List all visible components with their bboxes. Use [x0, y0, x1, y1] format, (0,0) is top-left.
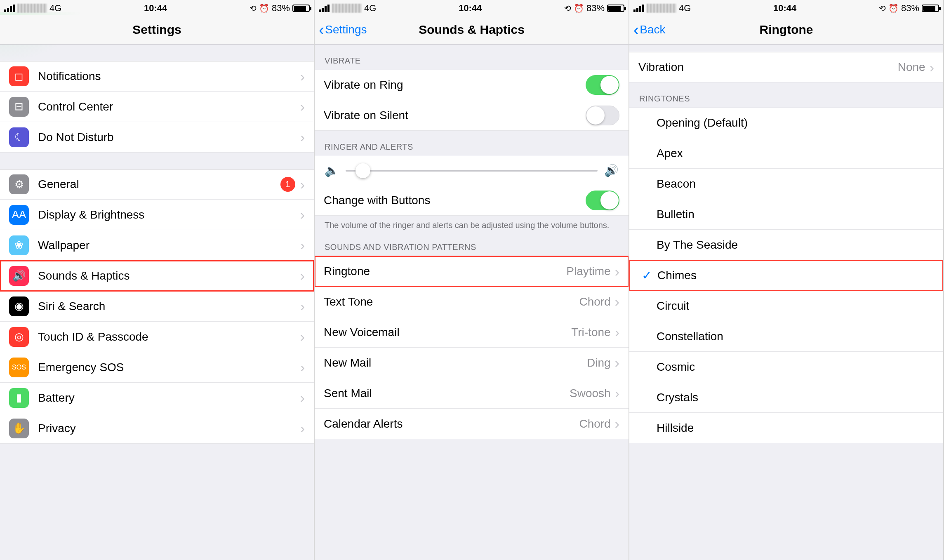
settings-row[interactable]: ✋Privacy›: [0, 413, 314, 444]
back-label: Back: [640, 23, 665, 36]
settings-row[interactable]: ⊟Control Center›: [0, 92, 314, 122]
settings-row[interactable]: ◻Notifications›: [0, 61, 314, 92]
row-vibrate-on-ring[interactable]: Vibrate on Ring: [315, 70, 629, 100]
slider-thumb[interactable]: [355, 163, 370, 178]
app-icon: AA: [9, 205, 29, 225]
ringtone-row[interactable]: Hillside: [629, 413, 943, 443]
row-change-with-buttons[interactable]: Change with Buttons: [315, 185, 629, 216]
sound-row[interactable]: Calendar AlertsChord›: [315, 409, 629, 439]
back-button[interactable]: ‹ Back: [633, 15, 666, 44]
row-label: Change with Buttons: [324, 194, 430, 207]
row-label: Vibration: [638, 61, 684, 74]
app-icon: ▮: [9, 388, 29, 408]
orientation-lock-icon: ⟲: [564, 3, 571, 13]
row-label: Opening (Default): [657, 116, 748, 129]
app-icon: ◻: [9, 66, 29, 86]
settings-row[interactable]: ☾Do Not Disturb›: [0, 122, 314, 153]
chevron-right-icon: ›: [300, 99, 305, 115]
row-label: Do Not Disturb: [38, 131, 114, 144]
volume-low-icon: 🔈: [325, 164, 339, 177]
row-label: Chimes: [657, 269, 697, 282]
ringtone-row[interactable]: Opening (Default): [629, 108, 943, 138]
row-label: Touch ID & Passcode: [38, 330, 148, 344]
row-value: Swoosh: [570, 387, 611, 400]
row-vibrate-on-silent[interactable]: Vibrate on Silent: [315, 100, 629, 131]
notification-badge: 1: [280, 177, 295, 192]
row-label: Hillside: [657, 421, 694, 435]
orientation-lock-icon: ⟲: [879, 3, 886, 13]
chevron-right-icon: ›: [615, 324, 619, 340]
ringtone-row[interactable]: ✓Chimes: [629, 260, 943, 291]
row-label: Vibrate on Silent: [324, 109, 408, 122]
settings-row[interactable]: AADisplay & Brightness›: [0, 200, 314, 230]
ringtone-row[interactable]: Apex: [629, 138, 943, 169]
row-label: Display & Brightness: [38, 208, 144, 221]
ringtone-row[interactable]: Circuit: [629, 291, 943, 321]
chevron-right-icon: ›: [615, 355, 619, 371]
signal-icon: [633, 5, 644, 12]
status-bar: 4G 10:44 ⟲ ⏰ 83%: [629, 0, 943, 15]
settings-row[interactable]: 🔊Sounds & Haptics›: [0, 261, 314, 291]
ringtone-row[interactable]: By The Seaside: [629, 230, 943, 260]
ringer-volume-row[interactable]: 🔈 🔊: [315, 156, 629, 185]
ringtone-row[interactable]: Crystals: [629, 382, 943, 413]
row-value: Playtime: [566, 265, 610, 278]
sound-row[interactable]: New MailDing›: [315, 348, 629, 378]
chevron-right-icon: ›: [300, 268, 305, 284]
volume-slider[interactable]: [346, 170, 598, 172]
settings-row[interactable]: ❀Wallpaper›: [0, 230, 314, 261]
chevron-left-icon: ‹: [633, 21, 639, 38]
signal-icon: [319, 5, 330, 12]
ringtone-row[interactable]: Cosmic: [629, 352, 943, 382]
alarm-icon: ⏰: [574, 3, 584, 13]
toggle-vibrate-silent[interactable]: [586, 106, 619, 125]
row-label: Vibrate on Ring: [324, 78, 403, 92]
app-icon: ⚙: [9, 174, 29, 194]
settings-row[interactable]: ◎Touch ID & Passcode›: [0, 322, 314, 352]
app-icon: SOS: [9, 358, 29, 377]
row-label: Ringtone: [324, 265, 370, 278]
row-label: Sounds & Haptics: [38, 269, 130, 282]
toggle-vibrate-ring[interactable]: [586, 75, 619, 95]
ringtone-row[interactable]: Beacon: [629, 169, 943, 199]
ringtone-row[interactable]: Constellation: [629, 321, 943, 352]
carrier-blur: [647, 4, 676, 13]
chevron-right-icon: ›: [300, 207, 305, 223]
row-label: Wallpaper: [38, 239, 89, 252]
sound-row[interactable]: RingtonePlaytime›: [315, 256, 629, 287]
signal-icon: [4, 5, 15, 12]
settings-row[interactable]: ⚙General1›: [0, 169, 314, 200]
app-icon: ◎: [9, 327, 29, 347]
app-icon: ❀: [9, 235, 29, 255]
settings-screen: 4G 10:44 ⟲ ⏰ 83% Settings ◻Notifications…: [0, 0, 315, 560]
toggle-change-buttons[interactable]: [586, 191, 619, 210]
chevron-right-icon: ›: [615, 264, 619, 280]
back-button[interactable]: ‹ Settings: [319, 15, 367, 44]
sound-row[interactable]: New VoicemailTri-tone›: [315, 317, 629, 348]
sound-row[interactable]: Sent MailSwoosh›: [315, 378, 629, 409]
ringtone-row[interactable]: Bulletin: [629, 199, 943, 230]
row-label: By The Seaside: [657, 238, 738, 252]
settings-row[interactable]: ▮Battery›: [0, 383, 314, 413]
row-label: Sent Mail: [324, 387, 372, 400]
app-icon: ◉: [9, 296, 29, 316]
row-label: Crystals: [657, 391, 698, 404]
row-label: Control Center: [38, 100, 113, 113]
settings-row[interactable]: SOSEmergency SOS›: [0, 352, 314, 383]
chevron-right-icon: ›: [300, 359, 305, 375]
sound-row[interactable]: Text ToneChord›: [315, 287, 629, 317]
settings-row[interactable]: ◉Siri & Search›: [0, 291, 314, 322]
row-vibration[interactable]: Vibration None ›: [629, 52, 943, 82]
row-label: Text Tone: [324, 295, 373, 308]
volume-high-icon: 🔊: [604, 164, 619, 177]
status-bar: 4G 10:44 ⟲ ⏰ 83%: [0, 0, 314, 15]
chevron-right-icon: ›: [615, 385, 619, 401]
chevron-right-icon: ›: [930, 59, 934, 75]
row-label: Beacon: [657, 177, 696, 191]
chevron-right-icon: ›: [615, 416, 619, 432]
section-header-vibrate: VIBRATE: [315, 45, 629, 70]
row-label: Apex: [657, 147, 683, 160]
chevron-right-icon: ›: [300, 329, 305, 345]
sounds-haptics-screen: 4G 10:44 ⟲ ⏰ 83% ‹ Settings Sounds & Hap…: [315, 0, 629, 560]
row-value: Chord: [579, 295, 610, 308]
